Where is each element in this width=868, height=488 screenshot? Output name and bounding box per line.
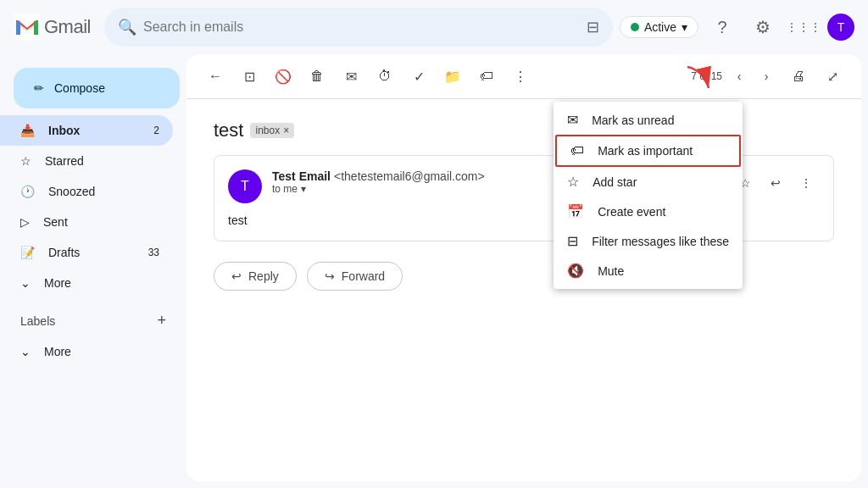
- apps-button[interactable]: ⋮⋮⋮: [787, 10, 821, 44]
- menu-item-create-event[interactable]: 📅 Create event: [554, 197, 743, 226]
- menu-item-mute[interactable]: 🔇 Mute: [554, 256, 743, 286]
- sidebar-item-drafts[interactable]: 📝 Drafts 33: [0, 237, 173, 268]
- labels-button[interactable]: 🏷: [471, 61, 502, 92]
- chevron-down-icon: ▾: [682, 20, 687, 34]
- next-email-button[interactable]: ›: [753, 63, 780, 90]
- top-bar: Gmail 🔍 ⊟ Active ▾ ? ⚙ ⋮⋮⋮ T: [0, 0, 868, 54]
- inbox-tag: inbox ×: [250, 123, 294, 138]
- label-icon: 🏷: [570, 143, 584, 158]
- svg-rect-7: [16, 21, 20, 35]
- email-toolbar: ← ⊡ 🚫 🗑 ✉ ⏱ ✓ 📁 🏷 ⋮ 7 of 15 ‹ › 🖨: [186, 54, 861, 99]
- menu-item-label: Mute: [598, 264, 624, 278]
- active-label: Active: [644, 20, 676, 34]
- labels-more-label: More: [44, 345, 71, 358]
- sidebar-item-label: Sent: [43, 215, 68, 229]
- email-icon: ✉: [567, 112, 578, 128]
- email-more-button[interactable]: ⋮: [793, 169, 820, 197]
- inbox-icon: 📥: [20, 124, 35, 137]
- sidebar-more-button[interactable]: ⌄ More: [0, 268, 186, 298]
- snooze-button[interactable]: ⏱: [370, 61, 400, 92]
- chevron-down-icon[interactable]: ▾: [301, 183, 306, 195]
- add-label-button[interactable]: +: [157, 312, 166, 330]
- sidebar-item-label: Inbox: [48, 124, 80, 137]
- more-label: More: [44, 276, 71, 290]
- settings-button[interactable]: ⚙: [746, 10, 780, 44]
- inbox-tag-label: inbox: [255, 125, 280, 136]
- search-input[interactable]: [143, 19, 580, 35]
- move-to-button[interactable]: 📁: [437, 61, 468, 92]
- user-avatar[interactable]: T: [827, 14, 854, 41]
- compose-icon: ✏: [34, 81, 44, 95]
- email-content: test inbox × T Test Email <thetestemail6…: [186, 99, 861, 311]
- gmail-title: Gmail: [44, 16, 91, 38]
- inbox-badge: 2: [153, 125, 159, 136]
- sender-avatar: T: [228, 169, 262, 203]
- forward-icon: ↪: [325, 269, 335, 283]
- gmail-logo: Gmail: [14, 14, 91, 41]
- archive-button[interactable]: ⊡: [234, 61, 264, 92]
- menu-item-add-star[interactable]: ☆ Add star: [554, 167, 743, 197]
- content-area: ← ⊡ 🚫 🗑 ✉ ⏱ ✓ 📁 🏷 ⋮ 7 of 15 ‹ › 🖨: [186, 54, 861, 481]
- menu-item-label: Add star: [593, 175, 637, 189]
- sidebar: ✏ Compose 📥 Inbox 2 ☆ Starred 🕐 Snoozed …: [0, 54, 186, 488]
- chevron-down-icon: ⌄: [20, 345, 31, 358]
- snooze-icon: 🕐: [20, 185, 35, 198]
- menu-item-label: Filter messages like these: [592, 235, 729, 248]
- mark-unread-button[interactable]: ✉: [336, 61, 366, 92]
- active-dot: [631, 23, 639, 31]
- sidebar-item-label: Starred: [45, 154, 84, 168]
- prev-email-button[interactable]: ‹: [726, 63, 753, 90]
- filter-icon[interactable]: ⊟: [587, 18, 599, 36]
- svg-rect-8: [34, 21, 38, 35]
- draft-icon: 📝: [20, 246, 35, 259]
- menu-item-filter-messages[interactable]: ⊟ Filter messages like these: [554, 226, 743, 256]
- labels-header: Labels +: [0, 305, 186, 336]
- more-options-button[interactable]: ⋮: [505, 61, 536, 92]
- report-spam-button[interactable]: 🚫: [268, 61, 298, 92]
- send-icon: ▷: [20, 215, 30, 229]
- sidebar-item-sent[interactable]: ▷ Sent: [0, 207, 173, 237]
- pager-nav: ‹ ›: [726, 63, 780, 90]
- labels-title: Labels: [20, 314, 157, 328]
- sidebar-item-inbox[interactable]: 📥 Inbox 2: [0, 115, 173, 146]
- back-button[interactable]: ←: [200, 61, 231, 92]
- sidebar-item-label: Drafts: [48, 246, 80, 259]
- help-button[interactable]: ?: [705, 10, 739, 44]
- compose-button[interactable]: ✏ Compose: [14, 68, 180, 108]
- compose-label: Compose: [54, 81, 105, 95]
- reply-button[interactable]: ↩: [762, 169, 789, 197]
- add-to-tasks-button[interactable]: ✓: [403, 61, 434, 92]
- reply-label: Reply: [248, 269, 279, 283]
- sidebar-item-label: Snoozed: [48, 185, 95, 198]
- pager-text: 7 of 15: [691, 70, 722, 82]
- forward-label: Forward: [342, 269, 385, 283]
- dropdown-menu: ✉ Mark as unread 🏷 Mark as important ☆ A…: [554, 102, 743, 289]
- menu-item-label: Create event: [598, 205, 665, 219]
- delete-button[interactable]: 🗑: [302, 61, 332, 92]
- search-bar[interactable]: 🔍 ⊟: [104, 8, 613, 47]
- drafts-badge: 33: [148, 247, 159, 258]
- subject-title: test: [214, 119, 243, 141]
- search-icon: 🔍: [118, 18, 136, 36]
- gmail-logo-icon: [14, 14, 41, 41]
- menu-item-mark-important[interactable]: 🏷 Mark as important: [555, 135, 741, 167]
- sidebar-item-starred[interactable]: ☆ Starred: [0, 146, 173, 176]
- forward-button[interactable]: ↪ Forward: [307, 262, 403, 291]
- reply-icon: ↩: [231, 269, 242, 283]
- mute-icon: 🔇: [567, 263, 584, 279]
- menu-item-mark-unread[interactable]: ✉ Mark as unread: [554, 105, 743, 135]
- filter-icon: ⊟: [567, 233, 578, 249]
- menu-item-label: Mark as important: [598, 144, 693, 158]
- reply-action-button[interactable]: ↩ Reply: [214, 262, 297, 291]
- calendar-icon: 📅: [567, 203, 584, 219]
- open-in-new-window-button[interactable]: ⤢: [817, 61, 848, 92]
- menu-item-label: Mark as unread: [592, 114, 674, 127]
- active-status-button[interactable]: Active ▾: [620, 16, 698, 38]
- inbox-tag-close[interactable]: ×: [283, 125, 289, 136]
- labels-more-button[interactable]: ⌄ More: [0, 336, 186, 367]
- sidebar-item-snoozed[interactable]: 🕐 Snoozed: [0, 176, 173, 207]
- print-button[interactable]: 🖨: [783, 61, 814, 92]
- top-bar-right: Active ▾ ? ⚙ ⋮⋮⋮ T: [620, 10, 854, 44]
- chevron-down-icon: ⌄: [20, 276, 31, 290]
- sender-email: <thetestemail6@gmail.com>: [334, 169, 485, 183]
